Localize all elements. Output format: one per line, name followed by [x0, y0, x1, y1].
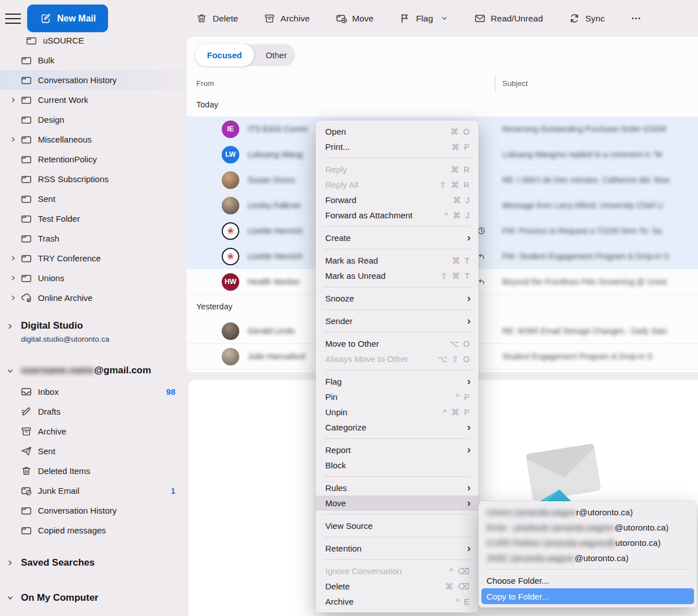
chevron-right-icon[interactable]	[6, 320, 21, 331]
menu-item[interactable]: Print... ⌘ P	[316, 139, 479, 154]
menu-item[interactable]: Snooze ›	[316, 291, 479, 306]
menu-item[interactable]: Ignore Conversation ^ ⌫	[316, 563, 479, 579]
sidebar-folder-item[interactable]: RetentionPolicy	[0, 149, 187, 169]
sidebar-folder-item[interactable]: uSOURCE	[0, 31, 187, 50]
submenu-item[interactable]: Copy to Folder...	[481, 588, 694, 604]
menu-item[interactable]: Forward as Attachment ^ ⌘ J	[316, 208, 479, 223]
toolbar-button[interactable]	[627, 12, 645, 25]
move-folder-icon	[335, 12, 347, 24]
menu-item[interactable]: Move to Other ⌥ O	[316, 336, 479, 351]
folder-icon	[20, 94, 32, 106]
sidebar-folder-item[interactable]: Sent	[0, 441, 187, 461]
menu-item[interactable]: Reply All ⇧ ⌘ R	[316, 177, 479, 192]
menu-item[interactable]: Report ›	[316, 442, 479, 458]
sidebar-folder-item[interactable]: Copied messages	[0, 520, 187, 540]
section-on-my-computer[interactable]: On My Computer	[0, 588, 187, 608]
chevron-right-icon[interactable]	[9, 254, 20, 262]
hamburger-icon[interactable]	[5, 12, 21, 25]
column-divider[interactable]	[495, 75, 496, 92]
sidebar-folder-item[interactable]: Trash	[0, 229, 187, 248]
chevron-right-icon[interactable]	[9, 96, 20, 104]
toolbar-button-label: Move	[352, 14, 374, 24]
menu-item[interactable]: Archive ^ E	[316, 594, 479, 609]
sidebar-folder-item[interactable]: Archive	[0, 421, 187, 441]
toolbar-button[interactable]: Flag	[395, 12, 451, 25]
menu-item[interactable]: Retention ›	[316, 541, 479, 556]
menu-item-label: Open	[325, 127, 450, 136]
menu-item[interactable]: View Source	[316, 518, 479, 533]
submenu-arrow-icon: ›	[467, 497, 471, 508]
sidebar-folder-item[interactable]: Deleted Items	[0, 461, 187, 481]
menu-item[interactable]: Pin ^ P	[316, 389, 479, 404]
chevron-right-icon[interactable]	[9, 135, 20, 144]
menu-divider	[324, 287, 470, 287]
menu-item[interactable]: Mark as Unread ⇧ ⌘ T	[316, 268, 479, 283]
sidebar-folder-item[interactable]: Conversation History	[0, 70, 187, 90]
toolbar-button[interactable]: Move	[332, 12, 377, 25]
submenu-arrow-icon: ›	[467, 444, 471, 455]
menu-item-label: Snooze	[325, 294, 463, 303]
sidebar-folder-item[interactable]: Sent	[0, 189, 187, 209]
menu-item[interactable]: Categorize ›	[316, 420, 479, 435]
submenu-item[interactable]: CUPE Petition (amanda.wagner@ utoronto.c…	[479, 535, 697, 550]
menu-item-label: View Source	[325, 521, 471, 531]
tab-focused[interactable]: Focused	[195, 44, 254, 66]
menu-item-shortcut: ^ P	[455, 393, 471, 402]
menu-item[interactable]: Flag ›	[316, 374, 479, 389]
trash-icon	[20, 465, 32, 477]
chevron-down-icon[interactable]	[440, 14, 449, 23]
sidebar-folder-item[interactable]: Current Work	[0, 90, 187, 110]
menu-item[interactable]: Sender ›	[316, 313, 479, 329]
menu-item[interactable]: Reply ⌘ R	[316, 162, 479, 177]
menu-item[interactable]: Forward ⌘ J	[316, 192, 479, 208]
sidebar-folder-item[interactable]: TRY Conference	[0, 248, 187, 268]
folder-icon	[20, 133, 32, 145]
toolbar-button-label: Sync	[585, 14, 605, 24]
menu-item[interactable]: Create ›	[316, 230, 479, 245]
new-mail-button[interactable]: New Mail	[27, 5, 108, 32]
folder-icon	[20, 153, 32, 165]
column-from[interactable]: From	[187, 79, 214, 88]
toolbar-button[interactable]: Archive	[260, 12, 313, 25]
toolbar-button[interactable]: Delete	[192, 12, 242, 25]
folder-icon	[25, 35, 37, 46]
column-subject[interactable]: Subject	[502, 79, 528, 88]
menu-item[interactable]: Mark as Read ⌘ T	[316, 253, 479, 268]
submenu-item[interactable]: Ernie - yearbook (amanda.wagner @utoront…	[479, 520, 697, 535]
sidebar-folder-item[interactable]: Online Archive	[0, 288, 187, 308]
account-digital-studio[interactable]: Digital Studio	[0, 320, 187, 331]
chevron-down-icon[interactable]	[6, 365, 21, 376]
group-header: Today	[187, 93, 698, 117]
account-gmail[interactable]: username.name@gmail.com	[0, 365, 187, 376]
sidebar-folder-item[interactable]: Junk Email 1	[0, 481, 187, 501]
chevron-right-icon[interactable]	[9, 294, 20, 302]
menu-item[interactable]: Move ›	[316, 496, 479, 511]
toolbar-button[interactable]: Sync	[565, 12, 608, 25]
sidebar-folder-item[interactable]: Conversation History	[0, 501, 187, 520]
menu-item[interactable]: Unpin ^ ⌘ P	[316, 404, 479, 420]
submenu-item[interactable]: Unions (amanda.wagne r@utoronto.ca)	[479, 505, 697, 520]
chevron-down-icon[interactable]	[6, 593, 21, 602]
sidebar-folder-item[interactable]: Design	[0, 110, 187, 130]
menu-item[interactable]: Block	[316, 458, 479, 473]
sidebar-folder-item[interactable]: Miscellaneous	[0, 130, 187, 149]
menu-item[interactable]: Rules ›	[316, 480, 479, 496]
folder-label: Test Folder	[38, 214, 187, 223]
section-saved-searches[interactable]: Saved Searches	[0, 553, 187, 572]
chevron-right-icon[interactable]	[9, 274, 20, 282]
menu-item[interactable]: Always Move to Other ⌥ ⇧ O	[316, 351, 479, 367]
menu-divider	[324, 514, 470, 515]
tab-other[interactable]: Other	[254, 44, 299, 66]
chevron-right-icon[interactable]	[6, 558, 21, 567]
sidebar-folder-item[interactable]: Unions	[0, 268, 187, 288]
toolbar-button[interactable]: Read/Unread	[471, 12, 546, 25]
menu-item[interactable]: Open ⌘ O	[316, 124, 479, 139]
submenu-item[interactable]: Choose Folder...	[479, 573, 697, 588]
sidebar-folder-item[interactable]: Bulk	[0, 50, 187, 70]
sidebar-folder-item[interactable]: Drafts	[0, 402, 187, 421]
menu-item[interactable]: Delete ⌘ ⌫	[316, 579, 479, 594]
submenu-item[interactable]: JHSC (amanda.wagner @utoronto.ca)	[479, 550, 697, 566]
sidebar-folder-item[interactable]: Inbox 98	[0, 382, 187, 402]
sidebar-folder-item[interactable]: RSS Subscriptions	[0, 169, 187, 189]
sidebar-folder-item[interactable]: Test Folder	[0, 209, 187, 229]
